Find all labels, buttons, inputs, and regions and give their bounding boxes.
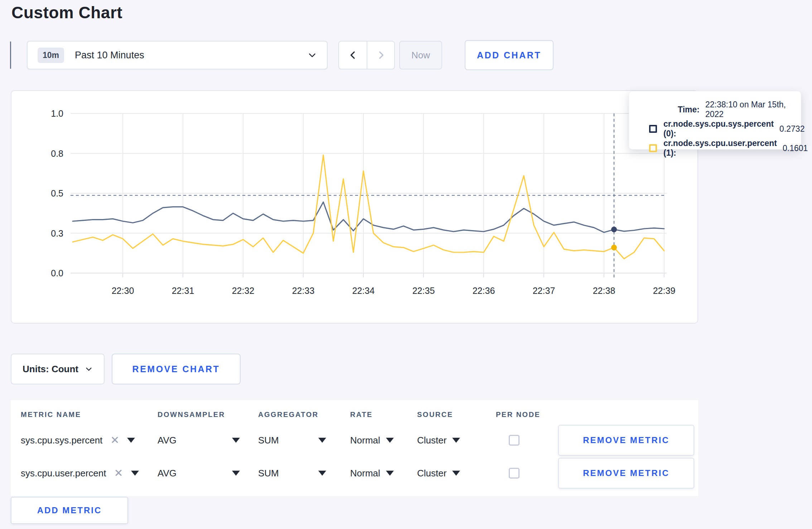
remove-metric-label: REMOVE METRIC	[583, 468, 670, 478]
tooltip-series-label: cr.node.sys.cpu.sys.percent (0):	[663, 119, 774, 139]
add-chart-button[interactable]: ADD CHART	[465, 40, 554, 70]
col-header-source: SOURCE	[417, 411, 496, 419]
user-series-swatch-icon	[649, 144, 657, 152]
now-button[interactable]: Now	[399, 41, 442, 69]
units-label: Units: Count	[23, 364, 78, 375]
source-select[interactable]: Cluster	[417, 435, 460, 446]
caret-down-icon	[386, 471, 394, 476]
chevron-left-icon	[348, 50, 358, 60]
time-range-badge: 10m	[38, 48, 64, 63]
tooltip-series-row: cr.node.sys.cpu.user.percent (1): 0.1601	[649, 139, 790, 158]
rate-value: Normal	[350, 435, 380, 446]
svg-text:0.0: 0.0	[51, 268, 63, 278]
page-title: Custom Chart	[11, 3, 122, 22]
svg-text:22:33: 22:33	[292, 286, 315, 296]
tooltip-series-value: 0.2732	[779, 124, 804, 134]
tooltip-series-value: 0.1601	[783, 144, 808, 153]
caret-down-icon	[318, 471, 326, 476]
rate-value: Normal	[350, 468, 380, 479]
svg-text:22:38: 22:38	[593, 286, 615, 296]
caret-down-icon	[127, 438, 135, 443]
caret-down-icon	[452, 438, 460, 443]
time-forward-button[interactable]	[367, 42, 394, 69]
downsampler-select[interactable]: AVG	[158, 468, 240, 479]
svg-text:22:37: 22:37	[533, 286, 555, 296]
table-row: sys.cpu.user.percent ✕ AVG SUM Normal Cl…	[11, 457, 698, 490]
caret-down-icon	[232, 471, 240, 476]
remove-chart-button[interactable]: REMOVE CHART	[112, 354, 241, 384]
svg-text:22:35: 22:35	[412, 286, 435, 296]
chart-card: 1.00.80.50.30.022:3022:3122:3222:3322:34…	[11, 90, 698, 324]
remove-metric-button[interactable]: REMOVE METRIC	[558, 458, 694, 489]
per-node-checkbox[interactable]	[509, 435, 519, 446]
tooltip-series-label: cr.node.sys.cpu.user.percent (1):	[663, 139, 777, 158]
time-range-dropdown[interactable]: 10m Past 10 Minutes	[27, 41, 328, 69]
source-value: Cluster	[417, 435, 446, 446]
toolbar-divider	[10, 42, 11, 69]
svg-text:0.3: 0.3	[51, 228, 63, 238]
remove-chart-label: REMOVE CHART	[132, 364, 220, 374]
chevron-right-icon	[376, 50, 386, 60]
tooltip-time-row: Time: 22:38:10 on Mar 15th, 2022	[649, 100, 790, 119]
svg-text:22:36: 22:36	[473, 286, 495, 296]
clear-metric-icon[interactable]: ✕	[110, 435, 119, 446]
svg-text:22:31: 22:31	[172, 286, 194, 296]
caret-down-icon	[131, 471, 139, 476]
svg-text:22:32: 22:32	[232, 286, 255, 296]
rate-select[interactable]: Normal	[350, 468, 394, 479]
metrics-table: METRIC NAME DOWNSAMPLER AGGREGATOR RATE …	[11, 400, 698, 496]
tooltip-time-label: Time:	[678, 105, 700, 115]
caret-down-icon	[318, 438, 326, 443]
aggregator-select[interactable]: SUM	[258, 468, 326, 479]
col-header-aggregator: AGGREGATOR	[258, 411, 350, 419]
source-select[interactable]: Cluster	[417, 468, 460, 479]
caret-down-icon	[232, 438, 240, 443]
downsampler-value: AVG	[158, 468, 177, 479]
sys-series-swatch-icon	[649, 125, 657, 133]
source-value: Cluster	[417, 468, 446, 479]
svg-text:0.8: 0.8	[51, 149, 63, 159]
caret-down-icon	[452, 471, 460, 476]
col-header-per-node: PER NODE	[496, 411, 558, 419]
metrics-table-header: METRIC NAME DOWNSAMPLER AGGREGATOR RATE …	[11, 400, 698, 424]
caret-down-icon	[386, 438, 394, 443]
units-dropdown[interactable]: Units: Count	[11, 354, 105, 384]
svg-text:0.5: 0.5	[51, 188, 63, 198]
svg-text:22:34: 22:34	[352, 286, 375, 296]
tooltip-series-row: cr.node.sys.cpu.sys.percent (0): 0.2732	[649, 119, 790, 139]
remove-metric-label: REMOVE METRIC	[583, 435, 670, 445]
timeseries-chart[interactable]: 1.00.80.50.30.022:3022:3122:3222:3322:34…	[11, 91, 697, 323]
per-node-checkbox[interactable]	[509, 468, 519, 479]
svg-text:22:30: 22:30	[112, 286, 134, 296]
aggregator-select[interactable]: SUM	[258, 435, 326, 446]
time-back-button[interactable]	[339, 42, 367, 69]
toolbar: 10m Past 10 Minutes Now ADD CHART	[10, 41, 798, 69]
table-row: sys.cpu.sys.percent ✕ AVG SUM Normal Clu…	[11, 424, 698, 457]
time-nav-group	[338, 41, 395, 69]
metric-name-select[interactable]: sys.cpu.sys.percent ✕	[21, 435, 158, 446]
tooltip-time-value: 22:38:10 on Mar 15th, 2022	[705, 100, 790, 119]
col-header-metric-name: METRIC NAME	[21, 411, 158, 419]
col-header-rate: RATE	[350, 411, 417, 419]
downsampler-value: AVG	[158, 435, 177, 446]
clear-metric-icon[interactable]: ✕	[114, 468, 123, 479]
chevron-down-icon	[308, 50, 317, 60]
now-button-label: Now	[411, 50, 430, 61]
add-metric-label: ADD METRIC	[37, 505, 102, 515]
metric-name-value: sys.cpu.sys.percent	[21, 435, 102, 446]
add-metric-button[interactable]: ADD METRIC	[11, 497, 128, 524]
aggregator-value: SUM	[258, 468, 279, 479]
rate-select[interactable]: Normal	[350, 435, 394, 446]
add-chart-label: ADD CHART	[477, 50, 541, 60]
svg-text:22:39: 22:39	[653, 286, 676, 296]
downsampler-select[interactable]: AVG	[158, 435, 240, 446]
chart-tooltip: Time: 22:38:10 on Mar 15th, 2022 cr.node…	[629, 91, 801, 150]
metric-name-value: sys.cpu.user.percent	[21, 468, 106, 479]
remove-metric-button[interactable]: REMOVE METRIC	[558, 425, 694, 456]
chevron-down-icon	[85, 365, 93, 373]
svg-text:1.0: 1.0	[51, 108, 63, 118]
time-range-label: Past 10 Minutes	[75, 50, 308, 61]
metric-name-select[interactable]: sys.cpu.user.percent ✕	[21, 468, 158, 479]
col-header-downsampler: DOWNSAMPLER	[158, 411, 258, 419]
aggregator-value: SUM	[258, 435, 279, 446]
